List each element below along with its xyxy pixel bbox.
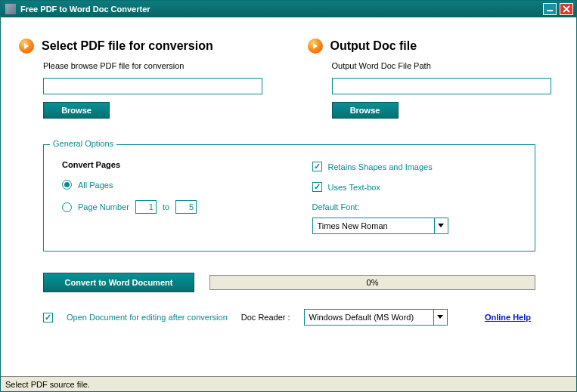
page-from-input[interactable]	[135, 200, 157, 214]
statusbar-text: Select PDF source file.	[5, 380, 90, 389]
output-browse-button[interactable]: Browse	[332, 102, 399, 119]
retains-label: Retains Shapes and Images	[328, 162, 433, 171]
close-button[interactable]	[560, 3, 573, 15]
textbox-checkbox[interactable]	[312, 182, 322, 192]
input-section: Select PDF file for conversion Please br…	[19, 39, 270, 119]
textbox-label: Uses Text-box	[328, 183, 381, 192]
radio-page-number-label: Page Number	[78, 202, 129, 211]
general-options-group: General Options Convert Pages All Pages …	[43, 144, 535, 252]
minimize-icon	[546, 6, 554, 12]
output-header: Output Doc file	[308, 39, 559, 54]
top-row: Select PDF file for conversion Please br…	[19, 39, 558, 119]
svg-marker-4	[313, 43, 318, 49]
actions-row: Convert to Word Document 0%	[43, 273, 535, 292]
textbox-row: Uses Text-box	[312, 182, 517, 192]
titlebar: Free PDF to Word Doc Converter	[1, 1, 576, 17]
output-subtext: Output Word Doc File Path	[332, 61, 559, 70]
titlebar-left: Free PDF to Word Doc Converter	[5, 4, 150, 14]
content-area: Select PDF file for conversion Please br…	[1, 17, 576, 376]
font-select[interactable]: Times New Roman	[312, 218, 448, 234]
svg-marker-6	[437, 315, 443, 319]
app-icon	[5, 4, 16, 14]
radio-all-pages-label: All Pages	[78, 181, 113, 190]
close-icon	[563, 5, 570, 13]
bottom-row: Open Document for editing after conversi…	[43, 309, 535, 326]
page-to-label: to	[163, 202, 169, 211]
input-path-field[interactable]	[43, 78, 262, 94]
radio-all-pages-row: All Pages	[62, 180, 267, 190]
svg-marker-3	[24, 43, 29, 49]
minimize-button[interactable]	[543, 3, 557, 15]
radio-all-pages[interactable]	[62, 180, 72, 190]
window-title: Free PDF to Word Doc Converter	[20, 5, 150, 14]
output-section: Output Doc file Output Word Doc File Pat…	[308, 39, 559, 119]
dropdown-arrow-icon	[433, 310, 447, 325]
output-path-field[interactable]	[332, 78, 551, 94]
arrow-bullet-icon	[308, 39, 323, 54]
font-label: Default Font:	[312, 202, 517, 211]
doc-reader-value: Windows Default (MS Word)	[309, 313, 414, 322]
input-header: Select PDF file for conversion	[19, 39, 270, 54]
open-after-label: Open Document for editing after conversi…	[67, 313, 228, 322]
dropdown-arrow-icon	[434, 218, 448, 233]
radio-page-number-row: Page Number to	[62, 200, 267, 214]
page-to-input[interactable]	[175, 200, 197, 214]
output-heading: Output Doc file	[330, 39, 417, 53]
statusbar: Select PDF source file.	[1, 376, 576, 391]
doc-reader-select[interactable]: Windows Default (MS Word)	[304, 309, 448, 326]
app-window: Free PDF to Word Doc Converter Select PD…	[0, 0, 577, 392]
arrow-bullet-icon	[19, 39, 34, 54]
input-subtext: Please browse PDF file for conversion	[43, 61, 270, 70]
retains-row: Retains Shapes and Images	[312, 162, 517, 171]
progress-text: 0%	[367, 278, 379, 287]
convert-pages-col: Convert Pages All Pages Page Number to	[62, 157, 267, 234]
retains-checkbox[interactable]	[312, 162, 322, 171]
input-heading: Select PDF file for conversion	[42, 39, 213, 53]
progress-bar: 0%	[209, 275, 535, 290]
input-browse-button[interactable]: Browse	[43, 102, 110, 119]
general-options-legend: General Options	[50, 139, 116, 148]
online-help-link[interactable]: Online Help	[485, 313, 531, 322]
radio-page-number[interactable]	[62, 202, 72, 212]
font-select-value: Times New Roman	[318, 221, 388, 230]
svg-marker-5	[438, 224, 444, 227]
right-options-col: Retains Shapes and Images Uses Text-box …	[312, 157, 517, 234]
open-after-checkbox[interactable]	[43, 313, 53, 323]
titlebar-buttons	[543, 3, 573, 15]
svg-rect-0	[547, 10, 553, 11]
doc-reader-label: Doc Reader :	[241, 313, 290, 322]
convert-button[interactable]: Convert to Word Document	[43, 273, 194, 292]
options-row: Convert Pages All Pages Page Number to	[62, 157, 517, 234]
convert-pages-title: Convert Pages	[62, 160, 267, 169]
